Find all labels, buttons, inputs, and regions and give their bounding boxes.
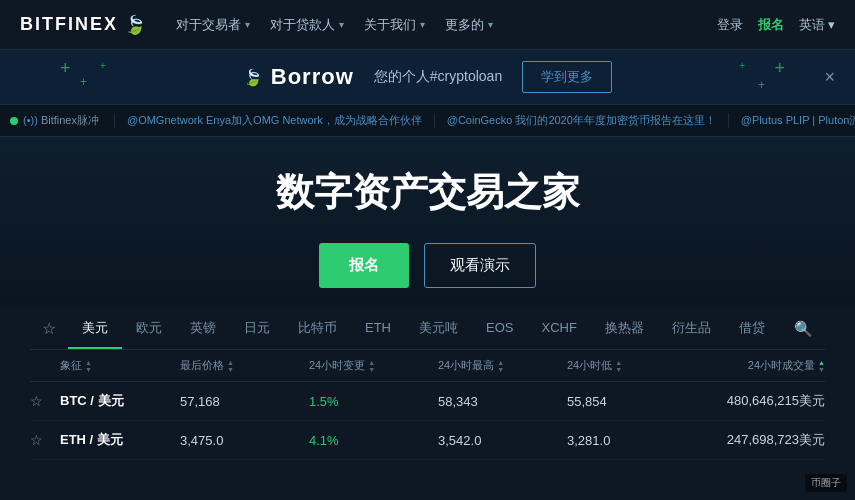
- ticker-source: (•)) Bitfinex脉冲: [23, 113, 99, 128]
- sort-icon: ▲▼: [227, 359, 234, 373]
- main-nav: 对于交易者 ▾ 对于贷款人 ▾ 关于我们 ▾ 更多的 ▾: [176, 16, 717, 34]
- language-selector[interactable]: 英语 ▾: [799, 16, 835, 34]
- col-price[interactable]: 最后价格 ▲▼: [180, 358, 309, 373]
- nav-more-label: 更多的: [445, 16, 484, 34]
- ticker-live: (•)) Bitfinex脉冲: [10, 113, 99, 128]
- tab-gbp[interactable]: 英镑: [176, 308, 230, 349]
- watermark: 币圈子: [805, 474, 847, 492]
- price-eth: 3,475.0: [180, 433, 309, 448]
- nav-lenders[interactable]: 对于贷款人 ▾: [270, 16, 344, 34]
- table-header: 象征 ▲▼ 最后价格 ▲▼ 24小时变更 ▲▼ 24小时最高 ▲▼ 24小时低 …: [30, 350, 825, 382]
- price-btc: 57,168: [180, 394, 309, 409]
- plus-decoration: +: [739, 60, 745, 71]
- tab-derivatives[interactable]: 换热器: [591, 308, 658, 349]
- high-eth: 3,542.0: [438, 433, 567, 448]
- favorite-star-btc[interactable]: ☆: [30, 393, 60, 409]
- language-label: 英语: [799, 16, 825, 34]
- banner-subtitle: 您的个人#cryptoloan: [374, 68, 502, 86]
- table-row: ☆ ETH / 美元 3,475.0 4.1% 3,542.0 3,281.0 …: [30, 421, 825, 460]
- tab-derivatives2[interactable]: 衍生品: [658, 308, 725, 349]
- col-low[interactable]: 24小时低 ▲▼: [567, 358, 696, 373]
- ticker-item: @OMGnetwork Enya加入OMG Network，成为战略合作伙伴: [114, 113, 434, 128]
- tab-btc[interactable]: 比特币: [284, 308, 351, 349]
- banner-content: 🍃 Borrow 您的个人#cryptoloan 学到更多: [243, 61, 612, 93]
- col-volume[interactable]: 24小时成交量 ▲▼: [696, 358, 825, 373]
- chevron-down-icon: ▾: [828, 17, 835, 32]
- tab-xchf[interactable]: XCHF: [527, 308, 590, 349]
- col-symbol[interactable]: 象征 ▲▼: [60, 358, 180, 373]
- borrow-brand: 🍃 Borrow: [243, 64, 354, 90]
- col-change[interactable]: 24小时变更 ▲▼: [309, 358, 438, 373]
- tab-usd[interactable]: 美元: [68, 308, 122, 349]
- symbol-btc[interactable]: BTC / 美元: [60, 392, 180, 410]
- favorite-star-eth[interactable]: ☆: [30, 432, 60, 448]
- hero-title: 数字资产交易之家: [276, 167, 580, 218]
- nav-traders-label: 对于交易者: [176, 16, 241, 34]
- signup-primary-button[interactable]: 报名: [319, 243, 409, 288]
- plus-decoration: +: [758, 78, 765, 92]
- market-tabs: ☆ 美元 欧元 英镑 日元 比特币 ETH 美元吨 EOS XCHF 换热器 衍…: [30, 308, 825, 350]
- change-btc: 1.5%: [309, 394, 438, 409]
- promo-banner: + + + + + + 🍃 Borrow 您的个人#cryptoloan 学到更…: [0, 50, 855, 105]
- plus-decoration: +: [60, 58, 71, 79]
- low-btc: 55,854: [567, 394, 696, 409]
- tab-jpy[interactable]: 日元: [230, 308, 284, 349]
- header-right: 登录 报名 英语 ▾: [717, 16, 835, 34]
- nav-more[interactable]: 更多的 ▾: [445, 16, 493, 34]
- borrow-icon: 🍃: [243, 68, 263, 87]
- nav-about[interactable]: 关于我们 ▾: [364, 16, 425, 34]
- symbol-eth[interactable]: ETH / 美元: [60, 431, 180, 449]
- login-button[interactable]: 登录: [717, 16, 743, 34]
- sort-icon: ▲▼: [85, 359, 92, 373]
- low-eth: 3,281.0: [567, 433, 696, 448]
- plus-decoration: +: [774, 58, 785, 79]
- col-star: [30, 358, 60, 373]
- signup-button[interactable]: 报名: [758, 16, 784, 34]
- chevron-down-icon: ▾: [420, 19, 425, 30]
- search-icon[interactable]: 🔍: [782, 320, 825, 338]
- ticker-items: @OMGnetwork Enya加入OMG Network，成为战略合作伙伴 @…: [114, 113, 855, 128]
- chevron-down-icon: ▾: [339, 19, 344, 30]
- tab-eth[interactable]: ETH: [351, 308, 405, 349]
- sort-icon: ▲▼: [497, 359, 504, 373]
- sort-icon: ▲▼: [615, 359, 622, 373]
- chevron-down-icon: ▾: [488, 19, 493, 30]
- plus-decoration: +: [100, 60, 106, 71]
- tab-lending[interactable]: 借贷: [725, 308, 779, 349]
- tab-eos[interactable]: EOS: [472, 308, 527, 349]
- logo-icon: 🍃: [124, 14, 146, 36]
- sort-icon: ▲▼: [368, 359, 375, 373]
- market-table-section: ☆ 美元 欧元 英镑 日元 比特币 ETH 美元吨 EOS XCHF 换热器 衍…: [0, 308, 855, 460]
- sort-icon: ▲▼: [818, 359, 825, 373]
- chevron-down-icon: ▾: [245, 19, 250, 30]
- hero-section: 数字资产交易之家 报名 观看演示: [0, 137, 855, 308]
- logo[interactable]: BITFINEX 🍃: [20, 14, 146, 36]
- plus-decoration: +: [80, 75, 87, 89]
- ticker-item: @Plutus PLIP | Pluton流动: [728, 113, 855, 128]
- nav-lenders-label: 对于贷款人: [270, 16, 335, 34]
- ticker-bar: (•)) Bitfinex脉冲 @OMGnetwork Enya加入OMG Ne…: [0, 105, 855, 137]
- learn-more-button[interactable]: 学到更多: [522, 61, 612, 93]
- col-high[interactable]: 24小时最高 ▲▼: [438, 358, 567, 373]
- favorites-tab[interactable]: ☆: [30, 308, 68, 349]
- close-icon[interactable]: ×: [824, 67, 835, 88]
- hero-buttons: 报名 观看演示: [319, 243, 536, 288]
- volume-btc: 480,646,215美元: [696, 392, 825, 410]
- live-indicator: [10, 117, 18, 125]
- ticker-item: @CoinGecko 我们的2020年年度加密货币报告在这里！: [434, 113, 728, 128]
- nav-about-label: 关于我们: [364, 16, 416, 34]
- change-eth: 4.1%: [309, 433, 438, 448]
- high-btc: 58,343: [438, 394, 567, 409]
- tab-eur[interactable]: 欧元: [122, 308, 176, 349]
- table-row: ☆ BTC / 美元 57,168 1.5% 58,343 55,854 480…: [30, 382, 825, 421]
- borrow-title: Borrow: [271, 64, 354, 90]
- logo-text: BITFINEX: [20, 14, 118, 35]
- header: BITFINEX 🍃 对于交易者 ▾ 对于贷款人 ▾ 关于我们 ▾ 更多的 ▾ …: [0, 0, 855, 50]
- volume-eth: 247,698,723美元: [696, 431, 825, 449]
- nav-traders[interactable]: 对于交易者 ▾: [176, 16, 250, 34]
- tab-usdt[interactable]: 美元吨: [405, 308, 472, 349]
- demo-button[interactable]: 观看演示: [424, 243, 536, 288]
